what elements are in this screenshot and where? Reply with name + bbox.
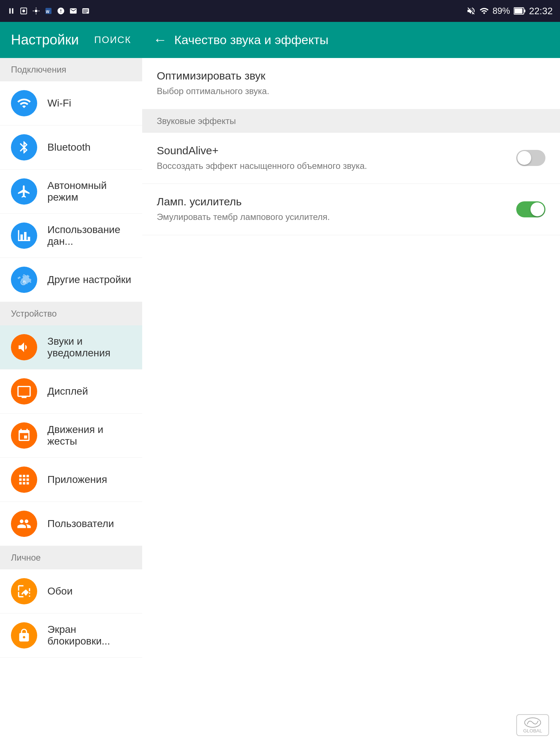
right-panel-title: Качество звука и эффекты (174, 33, 328, 47)
bluetooth-label: Bluetooth (47, 142, 90, 153)
right-header: ← Качество звука и эффекты (142, 22, 560, 58)
sounds-item-icon (17, 340, 31, 355)
screenshot-icon (20, 7, 28, 15)
display-item-icon (17, 384, 31, 399)
tubeamp-subtitle: Эмулировать тембр лампового усилителя. (157, 211, 509, 223)
sidebar-item-bluetooth[interactable]: Bluetooth (0, 125, 142, 170)
apps-item-icon (17, 472, 31, 487)
users-icon-container (11, 511, 37, 537)
status-bar-right: 89% 22:32 (466, 5, 553, 17)
soundalive-toggle-knob (517, 151, 531, 165)
svg-rect-13 (524, 9, 525, 12)
watermark-logo (524, 717, 542, 728)
display-icon-container (11, 378, 37, 405)
lockscreen-label: Экран блокировки... (47, 624, 131, 647)
sidebar-item-wifi[interactable]: Wi-Fi (0, 81, 142, 125)
tubeamp-toggle[interactable] (516, 201, 545, 217)
right-section-effects: Звуковые эффекты (142, 109, 560, 133)
datausage-item-icon (17, 228, 31, 243)
settings-item-soundalive[interactable]: SoundAlive+ Воссоздать эффект насыщенног… (142, 133, 560, 184)
wallpaper-icon-container (11, 578, 37, 604)
status-bar: W 89% 22:32 (0, 0, 560, 22)
tubeamp-text: Ламп. усилитель Эмулировать тембр лампов… (157, 196, 509, 223)
svg-rect-1 (12, 8, 13, 14)
clock: 22:32 (529, 5, 553, 17)
sidebar-item-moresettings[interactable]: Другие настройки (0, 258, 142, 302)
optimize-title: Оптимизировать звук (157, 70, 545, 82)
sidebar-item-airplane[interactable]: Автономный режим (0, 170, 142, 214)
sidebar-header: Настройки ПОИСК (0, 22, 142, 58)
wallpaper-label: Обои (47, 585, 73, 597)
svg-text:W: W (46, 10, 50, 14)
sidebar-item-display[interactable]: Дисплей (0, 369, 142, 414)
tubeamp-toggle-knob (530, 202, 544, 216)
settings-item-optimize[interactable]: Оптимизировать звук Выбор оптимального з… (142, 58, 560, 109)
svg-rect-0 (9, 8, 11, 14)
wallpaper-item-icon (17, 584, 31, 599)
airplane-item-icon (17, 184, 31, 199)
lockscreen-item-icon (17, 628, 31, 643)
sidebar-item-motions[interactable]: Движения и жесты (0, 414, 142, 458)
optimize-subtitle: Выбор оптимального звука. (157, 85, 545, 97)
sidebar-item-apps[interactable]: Приложения (0, 458, 142, 502)
sidebar-item-lockscreen[interactable]: Экран блокировки... (0, 614, 142, 658)
svg-point-14 (22, 280, 26, 284)
svg-point-4 (35, 9, 37, 12)
wifi-label: Wi-Fi (47, 97, 71, 109)
sounds-icon-container (11, 334, 37, 360)
motions-icon-container (11, 422, 37, 449)
sidebar-search-button[interactable]: ПОИСК (94, 34, 131, 46)
wifi-icon (479, 6, 489, 16)
battery-icon (514, 7, 525, 15)
sidebar-item-datausage[interactable]: Использование дан... (0, 214, 142, 258)
apps-label: Приложения (47, 474, 107, 485)
wifi-item-icon (17, 96, 31, 111)
apps-icon-container (11, 467, 37, 493)
motions-label: Движения и жесты (47, 424, 131, 447)
moresettings-icon-container (11, 267, 37, 293)
soundalive-subtitle: Воссоздать эффект насыщенного объемного … (157, 160, 509, 172)
battery-percentage: 89% (493, 6, 510, 16)
users-item-icon (17, 516, 31, 531)
motions-item-icon (17, 428, 31, 443)
sidebar-title: Настройки (11, 32, 79, 48)
users-label: Пользователи (47, 518, 114, 530)
section-connections: Подключения (0, 58, 142, 81)
right-panel: ← Качество звука и эффекты Оптимизироват… (142, 22, 560, 747)
settings-item-tubeamp[interactable]: Ламп. усилитель Эмулировать тембр лампов… (142, 184, 560, 235)
sidebar-item-wallpaper[interactable]: Обои (0, 569, 142, 614)
svg-point-3 (22, 9, 25, 12)
notification1-icon (57, 7, 65, 15)
sidebar-item-users[interactable]: Пользователи (0, 502, 142, 546)
sidebar-item-sounds[interactable]: Звуки и уведомления (0, 325, 142, 369)
bluetooth-icon-container (11, 134, 37, 160)
svg-rect-12 (514, 8, 522, 13)
datausage-label: Использование дан... (47, 224, 131, 247)
optimize-text: Оптимизировать звук Выбор оптимального з… (157, 70, 545, 97)
section-personal: Личное (0, 546, 142, 569)
bluetooth-item-icon (17, 140, 31, 155)
display-label: Дисплей (47, 386, 88, 397)
right-content: Оптимизировать звук Выбор оптимального з… (142, 58, 560, 235)
moresettings-label: Другие настройки (47, 274, 131, 286)
notification2-icon (69, 7, 77, 15)
lockscreen-icon-container (11, 622, 37, 649)
sidebar: Настройки ПОИСК Подключения Wi-Fi Blueto… (0, 22, 142, 747)
datausage-icon-container (11, 222, 37, 249)
pause-icon (7, 7, 15, 15)
mute-icon (466, 6, 476, 16)
soundalive-title: SoundAlive+ (157, 144, 509, 157)
tubeamp-title: Ламп. усилитель (157, 196, 509, 208)
back-button[interactable]: ← (153, 32, 167, 48)
wifi-icon-container (11, 90, 37, 116)
sun-icon (32, 7, 40, 15)
watermark: GLOBAL (516, 714, 549, 736)
main-container: Настройки ПОИСК Подключения Wi-Fi Blueto… (0, 22, 560, 747)
soundalive-toggle[interactable] (516, 150, 545, 166)
airplane-icon-container (11, 178, 37, 205)
sounds-label: Звуки и уведомления (47, 336, 131, 359)
airplane-label: Автономный режим (47, 180, 131, 203)
moresettings-item-icon (17, 272, 31, 287)
status-bar-left: W (7, 7, 90, 15)
word-icon: W (44, 7, 52, 15)
